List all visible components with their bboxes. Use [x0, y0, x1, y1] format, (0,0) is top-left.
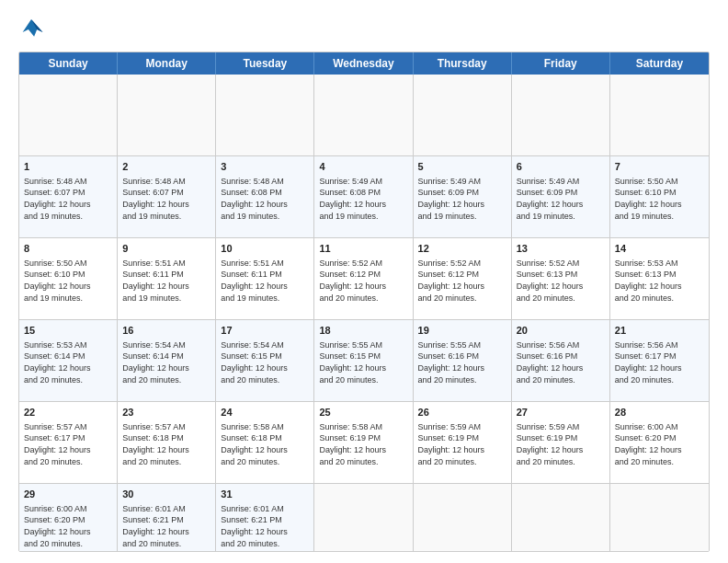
day-number: 4 — [319, 160, 407, 174]
day-info: Sunrise: 5:51 AM Sunset: 6:11 PM Dayligh… — [122, 258, 210, 304]
day-number: 3 — [221, 160, 309, 174]
calendar-cell — [512, 75, 610, 155]
day-info: Sunrise: 6:01 AM Sunset: 6:21 PM Dayligh… — [122, 503, 210, 549]
day-info: Sunrise: 5:58 AM Sunset: 6:19 PM Dayligh… — [319, 421, 407, 467]
day-number: 5 — [418, 160, 506, 174]
calendar-row-0 — [19, 75, 709, 155]
day-number: 24 — [221, 406, 309, 419]
day-number: 8 — [24, 242, 112, 256]
header-cell-wednesday: Wednesday — [314, 52, 413, 75]
day-number: 17 — [221, 324, 309, 338]
day-info: Sunrise: 6:01 AM Sunset: 6:21 PM Dayligh… — [221, 503, 309, 549]
day-info: Sunrise: 5:54 AM Sunset: 6:15 PM Dayligh… — [221, 339, 309, 385]
calendar-body: 1Sunrise: 5:48 AM Sunset: 6:07 PM Daylig… — [19, 75, 709, 552]
day-info: Sunrise: 5:59 AM Sunset: 6:19 PM Dayligh… — [517, 421, 605, 467]
day-info: Sunrise: 5:51 AM Sunset: 6:11 PM Dayligh… — [221, 258, 309, 304]
calendar-cell: 4Sunrise: 5:49 AM Sunset: 6:08 PM Daylig… — [314, 156, 413, 237]
day-info: Sunrise: 5:55 AM Sunset: 6:16 PM Dayligh… — [418, 339, 506, 385]
calendar-cell: 9Sunrise: 5:51 AM Sunset: 6:11 PM Daylig… — [118, 238, 216, 319]
calendar-cell: 21Sunrise: 5:56 AM Sunset: 6:17 PM Dayli… — [610, 320, 709, 401]
header-cell-sunday: Sunday — [19, 52, 118, 75]
header-cell-monday: Monday — [118, 52, 216, 75]
calendar-cell — [512, 484, 610, 552]
calendar-cell: 1Sunrise: 5:48 AM Sunset: 6:07 PM Daylig… — [19, 156, 118, 237]
calendar-cell: 18Sunrise: 5:55 AM Sunset: 6:15 PM Dayli… — [314, 320, 413, 401]
calendar-cell: 5Sunrise: 5:49 AM Sunset: 6:09 PM Daylig… — [414, 156, 512, 237]
day-info: Sunrise: 5:58 AM Sunset: 6:18 PM Dayligh… — [221, 421, 309, 467]
day-number: 26 — [418, 406, 506, 419]
day-info: Sunrise: 6:00 AM Sunset: 6:20 PM Dayligh… — [615, 421, 704, 467]
calendar-cell — [610, 484, 709, 552]
day-info: Sunrise: 5:52 AM Sunset: 6:12 PM Dayligh… — [418, 258, 506, 304]
day-info: Sunrise: 5:48 AM Sunset: 6:07 PM Dayligh… — [122, 176, 210, 222]
calendar-cell: 19Sunrise: 5:55 AM Sunset: 6:16 PM Dayli… — [414, 320, 512, 401]
header-cell-tuesday: Tuesday — [216, 52, 314, 75]
day-info: Sunrise: 5:49 AM Sunset: 6:09 PM Dayligh… — [517, 176, 605, 222]
calendar-cell: 15Sunrise: 5:53 AM Sunset: 6:14 PM Dayli… — [19, 320, 118, 401]
page: SundayMondayTuesdayWednesdayThursdayFrid… — [0, 0, 728, 563]
day-info: Sunrise: 5:50 AM Sunset: 6:10 PM Dayligh… — [24, 258, 112, 304]
calendar-row-3: 15Sunrise: 5:53 AM Sunset: 6:14 PM Dayli… — [19, 319, 709, 401]
calendar-cell: 20Sunrise: 5:56 AM Sunset: 6:16 PM Dayli… — [512, 320, 610, 401]
calendar-header: SundayMondayTuesdayWednesdayThursdayFrid… — [19, 52, 709, 75]
calendar-cell: 28Sunrise: 6:00 AM Sunset: 6:20 PM Dayli… — [610, 402, 709, 483]
header-cell-friday: Friday — [512, 52, 610, 75]
logo — [18, 17, 48, 42]
day-info: Sunrise: 5:52 AM Sunset: 6:13 PM Dayligh… — [517, 258, 605, 304]
calendar-row-2: 8Sunrise: 5:50 AM Sunset: 6:10 PM Daylig… — [19, 237, 709, 319]
calendar-cell: 17Sunrise: 5:54 AM Sunset: 6:15 PM Dayli… — [216, 320, 314, 401]
calendar-cell: 25Sunrise: 5:58 AM Sunset: 6:19 PM Dayli… — [314, 402, 413, 483]
calendar-cell — [414, 484, 512, 552]
calendar-cell — [19, 75, 118, 155]
day-info: Sunrise: 5:50 AM Sunset: 6:10 PM Dayligh… — [615, 176, 704, 222]
day-number: 15 — [24, 324, 112, 338]
day-number: 2 — [122, 160, 210, 174]
day-number: 31 — [221, 488, 309, 501]
day-number: 28 — [615, 406, 704, 419]
day-number: 22 — [24, 406, 112, 419]
calendar-cell: 16Sunrise: 5:54 AM Sunset: 6:14 PM Dayli… — [118, 320, 216, 401]
calendar-cell: 14Sunrise: 5:53 AM Sunset: 6:13 PM Dayli… — [610, 238, 709, 319]
calendar-cell: 23Sunrise: 5:57 AM Sunset: 6:18 PM Dayli… — [118, 402, 216, 483]
calendar-cell: 31Sunrise: 6:01 AM Sunset: 6:21 PM Dayli… — [216, 484, 314, 552]
calendar-row-1: 1Sunrise: 5:48 AM Sunset: 6:07 PM Daylig… — [19, 155, 709, 237]
calendar-row-5: 29Sunrise: 6:00 AM Sunset: 6:20 PM Dayli… — [19, 483, 709, 552]
day-info: Sunrise: 5:55 AM Sunset: 6:15 PM Dayligh… — [319, 339, 407, 385]
day-number: 6 — [517, 160, 605, 174]
svg-marker-0 — [23, 19, 43, 37]
day-info: Sunrise: 5:48 AM Sunset: 6:08 PM Dayligh… — [221, 176, 309, 222]
calendar-cell: 29Sunrise: 6:00 AM Sunset: 6:20 PM Dayli… — [19, 484, 118, 552]
calendar-cell — [314, 484, 413, 552]
day-number: 9 — [122, 242, 210, 256]
day-number: 27 — [517, 406, 605, 419]
calendar-cell: 27Sunrise: 5:59 AM Sunset: 6:19 PM Dayli… — [512, 402, 610, 483]
day-info: Sunrise: 5:59 AM Sunset: 6:19 PM Dayligh… — [418, 421, 506, 467]
day-number: 30 — [122, 488, 210, 501]
day-info: Sunrise: 5:49 AM Sunset: 6:09 PM Dayligh… — [418, 176, 506, 222]
calendar-cell: 26Sunrise: 5:59 AM Sunset: 6:19 PM Dayli… — [414, 402, 512, 483]
calendar-cell: 24Sunrise: 5:58 AM Sunset: 6:18 PM Dayli… — [216, 402, 314, 483]
calendar-cell — [118, 75, 216, 155]
calendar: SundayMondayTuesdayWednesdayThursdayFrid… — [18, 52, 710, 552]
calendar-cell: 3Sunrise: 5:48 AM Sunset: 6:08 PM Daylig… — [216, 156, 314, 237]
calendar-cell: 2Sunrise: 5:48 AM Sunset: 6:07 PM Daylig… — [118, 156, 216, 237]
header — [18, 17, 710, 42]
day-number: 11 — [319, 242, 407, 256]
day-number: 19 — [418, 324, 506, 338]
calendar-cell: 22Sunrise: 5:57 AM Sunset: 6:17 PM Dayli… — [19, 402, 118, 483]
day-number: 18 — [319, 324, 407, 338]
calendar-cell: 13Sunrise: 5:52 AM Sunset: 6:13 PM Dayli… — [512, 238, 610, 319]
calendar-cell: 12Sunrise: 5:52 AM Sunset: 6:12 PM Dayli… — [414, 238, 512, 319]
calendar-cell: 6Sunrise: 5:49 AM Sunset: 6:09 PM Daylig… — [512, 156, 610, 237]
day-info: Sunrise: 5:49 AM Sunset: 6:08 PM Dayligh… — [319, 176, 407, 222]
day-number: 10 — [221, 242, 309, 256]
day-number: 12 — [418, 242, 506, 256]
day-info: Sunrise: 6:00 AM Sunset: 6:20 PM Dayligh… — [24, 503, 112, 549]
day-info: Sunrise: 5:53 AM Sunset: 6:13 PM Dayligh… — [615, 258, 704, 304]
day-info: Sunrise: 5:48 AM Sunset: 6:07 PM Dayligh… — [24, 176, 112, 222]
calendar-cell: 30Sunrise: 6:01 AM Sunset: 6:21 PM Dayli… — [118, 484, 216, 552]
day-number: 14 — [615, 242, 704, 256]
day-number: 16 — [122, 324, 210, 338]
day-number: 1 — [24, 160, 112, 174]
day-info: Sunrise: 5:57 AM Sunset: 6:18 PM Dayligh… — [122, 421, 210, 467]
